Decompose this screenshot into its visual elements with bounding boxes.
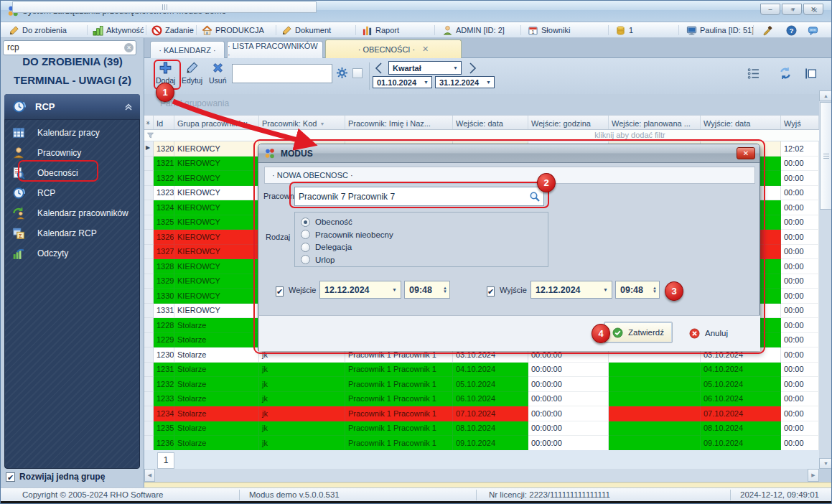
table-row[interactable]: 1234StolarzejkPracownik 1 Pracownik 107.… — [144, 406, 819, 421]
tab-close-all-icon[interactable]: ✕ — [812, 6, 818, 14]
column-header-9[interactable]: Wyjś — [781, 116, 819, 129]
column-header-5[interactable]: Wejście: data — [453, 116, 528, 129]
sidebar-item-pracownicy[interactable]: Pracownicy — [5, 143, 139, 163]
tab-listapracowników[interactable]: · LISTA PRACOWNIKÓW · — [227, 41, 323, 58]
cell-in_date: 07.10.2024 — [453, 406, 528, 421]
sidebar-item-odczyty[interactable]: Odczyty — [5, 243, 139, 263]
menu-item-dokument[interactable]: Dokument — [279, 24, 333, 37]
date-to-select[interactable]: 31.12.2024▼ — [435, 76, 495, 88]
minimize-button[interactable]: – — [760, 4, 780, 15]
delete-button[interactable]: Usuń — [209, 61, 227, 85]
scroll-right-icon[interactable]: ▶ — [808, 469, 819, 482]
radio-option-pracownik-nieobecny[interactable]: Pracownik nieobecny — [301, 228, 393, 241]
sidebar-item-kalendarz-pracy[interactable]: Kalendarz pracy — [5, 123, 139, 143]
menu-item-produkcja[interactable]: PRODUKCJA — [200, 24, 266, 37]
sidebar-item-label: Pracownicy — [37, 148, 81, 158]
cell-marker — [144, 406, 154, 421]
date-from-select[interactable]: 01.10.2024▼ — [373, 76, 432, 88]
entry-label: Wejście — [289, 286, 316, 294]
column-header-7[interactable]: Wejście: planowana ... — [609, 116, 701, 129]
column-header-8[interactable]: Wyjście: data — [701, 116, 781, 129]
add-button[interactable]: Dodaj — [156, 61, 175, 85]
table-row[interactable]: 1233StolarzejkPracownik 1 Pracownik 106.… — [144, 392, 819, 407]
employee-field[interactable]: Pracownik 7 Pracownik 7 — [294, 187, 544, 206]
exit-date-select[interactable]: 12.12.2024▼ — [530, 281, 612, 299]
terminal-header[interactable]: TERMINAL - UWAGI (2) — [1, 74, 144, 86]
column-width-icon[interactable] — [805, 67, 817, 80]
horizontal-scrollbar[interactable] — [144, 469, 819, 482]
refresh-icon[interactable] — [779, 67, 792, 80]
entry-checkbox[interactable]: ✔ — [276, 284, 284, 297]
paint-icon[interactable] — [760, 24, 775, 37]
table-row[interactable]: 1232StolarzejkPracownik 1 Pracownik 105.… — [144, 377, 819, 392]
confirm-button[interactable]: Zatwierdź — [604, 322, 673, 343]
menu-item-aktywno-[interactable]: Aktywność — [90, 24, 146, 37]
sidebar-item-kalendarz-rcp[interactable]: ΣKalendarz RCP — [5, 223, 139, 243]
menu-item-s-owniki[interactable]: 1Słowniki — [525, 24, 572, 37]
expand-one-group-checkbox[interactable]: ✔ Rozwijaj jedną grupę — [6, 472, 105, 482]
collapse-chevron-icon[interactable] — [124, 103, 133, 111]
menu-item-do-zrobienia[interactable]: Do zrobienia — [6, 24, 69, 37]
table-row[interactable]: 1236StolarzejkPracownik 1 Pracownik 109.… — [144, 436, 819, 451]
exit-checkbox[interactable]: ✔ — [487, 284, 495, 297]
radio-button-icon[interactable] — [301, 218, 310, 227]
radio-option-delegacja[interactable]: Delegacja — [301, 241, 352, 253]
radio-button-icon[interactable] — [301, 243, 310, 252]
list-view-icon[interactable] — [747, 67, 759, 80]
menu-item-admin-id-2-[interactable]: ADMIN [ID: 2] — [440, 24, 507, 37]
horizontal-scroll-thumb[interactable] — [12, 1, 317, 13]
tab-close-icon[interactable]: ✕ — [422, 45, 429, 54]
menu-item-zadanie[interactable]: Zadanie — [149, 24, 196, 37]
column-header-1[interactable]: Id — [154, 116, 174, 129]
period-select[interactable]: Kwartał▼ — [388, 61, 462, 75]
menu-item-paulina-id-51-[interactable]: Paulina [ID: 51] — [684, 24, 756, 37]
edit-button[interactable]: Edytuj — [182, 61, 202, 85]
toolbar-checkbox[interactable] — [352, 68, 363, 78]
radio-option-obecność[interactable]: Obecność — [301, 215, 352, 228]
entry-date-select[interactable]: 12.12.2024▼ — [319, 281, 401, 299]
page-number-button[interactable]: 1 — [157, 452, 174, 469]
todo-header[interactable]: DO ZROBIENIA (39) — [1, 55, 144, 67]
radio-button-icon[interactable] — [301, 255, 310, 264]
sidebar-group-rcp[interactable]: RCP — [4, 94, 140, 120]
cancel-button[interactable]: Anuluj — [689, 325, 749, 342]
scroll-up-icon[interactable]: ▲ — [819, 90, 832, 101]
sidebar-item-obecności[interactable]: Obecności — [5, 163, 139, 183]
table-row[interactable]: 1235StolarzejkPracownik 1 Pracownik 108.… — [144, 421, 819, 437]
dialog-title-bar[interactable]: MODUS — [258, 144, 759, 163]
checkbox-check-icon: ✔ — [6, 472, 15, 482]
menu-item-1[interactable]: 1 — [613, 24, 635, 37]
toolbar-search-input[interactable] — [232, 64, 332, 83]
sidebar-item-kalendarz-pracowników[interactable]: Kalendarz pracowników — [5, 203, 139, 223]
tab-obecności[interactable]: · OBECNOŚCI ·✕ — [325, 39, 462, 58]
entry-time-stepper[interactable]: 09:48▲▼ — [404, 281, 450, 299]
menu-item-raport[interactable]: Raport — [360, 24, 401, 37]
spinner-arrows-icon[interactable]: ▲▼ — [443, 286, 447, 294]
sidebar-search-input[interactable]: rcp — [3, 40, 136, 55]
filter-row[interactable]: kliknij aby dodać filtr — [144, 130, 819, 141]
vertical-scroll-thumb[interactable] — [820, 102, 832, 210]
help-icon[interactable]: ? — [784, 24, 799, 37]
exit-time-stepper[interactable]: 09:48▲▼ — [615, 281, 660, 299]
spinner-arrows-icon[interactable]: ▲▼ — [653, 286, 657, 294]
tab-kalendarz[interactable]: · KALENDARZ · — [150, 41, 225, 58]
radio-option-urlop[interactable]: Urlop — [301, 253, 335, 266]
column-header-4[interactable]: Pracownik: Imię i Naz... — [345, 116, 453, 129]
gear-icon[interactable] — [336, 67, 348, 79]
sidebar-item-rcp[interactable]: RCP — [5, 183, 139, 203]
table-row[interactable]: 1231StolarzejkPracownik 1 Pracownik 104.… — [144, 363, 819, 378]
radio-button-icon[interactable] — [301, 230, 310, 239]
tab-list-dropdown-icon[interactable]: ▼ — [790, 6, 796, 13]
chat-icon[interactable] — [805, 24, 821, 37]
dialog-close-button[interactable]: ✕ — [737, 147, 755, 159]
column-header-2[interactable]: Grupa pracowników — [174, 116, 259, 129]
column-header-3[interactable]: Pracownik: Kod▼ — [259, 116, 345, 129]
column-header-6[interactable]: Wejście: godzina — [528, 116, 609, 129]
previous-period-button[interactable] — [373, 62, 385, 75]
clear-search-icon[interactable]: ✕ — [124, 43, 134, 52]
scroll-down-icon[interactable]: ▼ — [819, 458, 832, 469]
magnifier-icon[interactable] — [529, 191, 541, 202]
scroll-left-icon[interactable]: ◀ — [144, 469, 155, 482]
next-period-button[interactable] — [466, 62, 479, 75]
cell-name: Pracownik 1 Pracownik 1 — [345, 392, 453, 407]
